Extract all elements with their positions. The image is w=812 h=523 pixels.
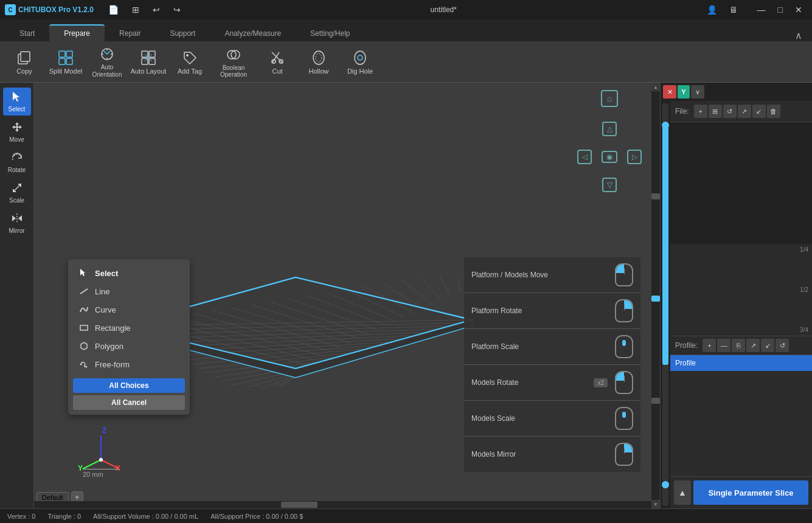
svg-line-72 — [80, 289, 88, 294]
guide-models-rotate: Models Rotate x2 — [464, 365, 640, 401]
boolean-icon — [225, 46, 242, 63]
scroll-down-btn[interactable]: ▼ — [651, 500, 660, 508]
tool-cut[interactable]: Cut — [258, 44, 297, 80]
logo-icon: C — [5, 4, 16, 15]
popup-rectangle-item[interactable]: Rectangle — [73, 319, 185, 337]
tab-support[interactable]: Support — [155, 26, 210, 41]
tab-analyze[interactable]: Analyze/Measure — [210, 26, 296, 41]
nav-tabs: Start Prepare Repair Support Analyze/Mea… — [0, 19, 812, 41]
guide-platform-move-label: Platform / Models Move — [471, 271, 608, 279]
tool-dig-hole-label: Dig Hole — [347, 68, 373, 75]
sidebar-tool-move[interactable]: Move — [3, 118, 31, 146]
cut-icon — [269, 49, 286, 66]
mirror-tool-icon — [11, 212, 23, 226]
nav-right-btn[interactable]: ▷ — [627, 150, 642, 164]
title-undo-btn[interactable]: ↩ — [148, 2, 165, 17]
sidebar-tool-rotate-label: Rotate — [8, 167, 26, 173]
profile-refresh-btn[interactable]: ↺ — [776, 339, 789, 352]
select-tool-icon — [11, 91, 23, 105]
tab-prepare[interactable]: Prepare — [49, 24, 105, 41]
title-file-btn[interactable]: 📄 — [103, 2, 123, 17]
popup-polygon-icon — [78, 340, 90, 352]
slice-main-btn[interactable]: Single Parameter Slice — [693, 480, 808, 505]
collapse-panel-btn[interactable]: ∨ — [691, 85, 704, 99]
popup-rectangle-icon — [78, 322, 90, 334]
tool-auto-orientation[interactable]: Auto Orientation — [88, 44, 127, 80]
title-grid-btn[interactable]: ⊞ — [127, 2, 144, 17]
all-choices-btn[interactable]: All Choices — [73, 378, 185, 393]
maximize-btn[interactable]: □ — [773, 2, 788, 17]
profile-del-btn[interactable]: — — [717, 339, 730, 352]
file-delete-btn[interactable]: 🗑 — [767, 105, 780, 118]
file-grid-btn[interactable]: ⊞ — [709, 105, 722, 118]
popup-line-item[interactable]: Line — [73, 282, 185, 300]
profile-export-btn[interactable]: ↗ — [746, 339, 760, 352]
slider-thumb[interactable] — [662, 123, 668, 365]
tool-auto-layout[interactable]: Auto Layout — [129, 44, 168, 80]
file-refresh-btn[interactable]: ↺ — [723, 105, 737, 118]
tab-collapse-btn[interactable]: ∧ — [790, 30, 807, 41]
svg-rect-5 — [66, 58, 72, 64]
panel-main-content: File: + ⊞ ↺ ↗ ↙ 🗑 1/4 1 — [670, 101, 812, 508]
nav-eye-btn[interactable]: ◉ — [602, 151, 617, 163]
slider-top-handle[interactable] — [662, 122, 669, 129]
nav-home-btn[interactable]: ⌂ — [601, 90, 618, 107]
close-btn[interactable]: ✕ — [790, 2, 807, 17]
nav-down-btn[interactable]: ▽ — [602, 178, 617, 192]
scroll-thumb-h — [281, 502, 318, 508]
tab-repair[interactable]: Repair — [105, 26, 155, 41]
nav-left-btn[interactable]: ◁ — [577, 150, 592, 164]
app-logo: C CHITUBOX Pro V1.2.0 — [5, 4, 94, 15]
close-panel-btn[interactable]: ✕ — [663, 85, 676, 99]
minimize-btn[interactable]: — — [752, 2, 771, 17]
app-name: CHITUBOX Pro V1.2.0 — [18, 5, 94, 14]
svg-rect-3 — [66, 51, 72, 57]
file-add-btn[interactable]: + — [694, 105, 707, 118]
popup-select-item[interactable]: Select — [73, 264, 185, 282]
guide-platform-rotate: Platform Rotate — [464, 293, 640, 329]
svg-line-67 — [83, 460, 101, 469]
file-export-btn[interactable]: ↗ — [738, 105, 751, 118]
nav-up-btn[interactable]: △ — [602, 122, 617, 136]
panel-content-area: File: + ⊞ ↺ ↗ ↙ 🗑 1/4 1 — [661, 101, 812, 508]
tool-split-model[interactable]: Split Model — [46, 44, 85, 80]
popup-select-icon — [78, 267, 90, 279]
sidebar-tool-mirror[interactable]: Mirror — [3, 209, 31, 237]
popup-rectangle-label: Rectangle — [95, 324, 131, 333]
sidebar-tool-select[interactable]: Select — [3, 88, 31, 116]
mouse-scroll-icon-models — [615, 407, 633, 430]
viewport[interactable]: ⌂ △ ◁ ◉ ▷ ▽ — [34, 83, 660, 508]
popup-curve-item[interactable]: Curve — [73, 300, 185, 319]
scroll-thumb-mid — [651, 296, 660, 302]
user-btn[interactable]: 👤 — [702, 2, 722, 17]
popup-freeform-label: Free-form — [95, 360, 130, 369]
tool-copy[interactable]: Copy — [5, 44, 44, 80]
tool-add-tag[interactable]: Add Tag — [170, 44, 209, 80]
display-btn[interactable]: 🖥 — [724, 2, 743, 17]
profile-item-default[interactable]: Profile — [670, 355, 812, 371]
popup-freeform-item[interactable]: Free-form — [73, 355, 185, 373]
tab-start[interactable]: Start — [5, 26, 49, 41]
tool-hollow[interactable]: Hollow — [299, 44, 338, 80]
svg-text:Y: Y — [78, 464, 83, 472]
profile-import-btn[interactable]: ↙ — [761, 339, 774, 352]
popup-polygon-item[interactable]: Polygon — [73, 337, 185, 355]
tool-boolean[interactable]: Boolean Operation — [212, 44, 255, 80]
profile-add-btn[interactable]: + — [703, 339, 716, 352]
profile-copy-btn[interactable]: ⎘ — [732, 339, 745, 352]
title-redo-btn[interactable]: ↪ — [168, 2, 186, 17]
tool-hollow-label: Hollow — [308, 68, 328, 75]
svg-line-38 — [402, 280, 432, 305]
slider-bottom-handle[interactable] — [662, 481, 669, 488]
tab-setting[interactable]: Setting/Help — [296, 26, 364, 41]
scroll-up-btn[interactable]: ▲ — [651, 83, 660, 91]
all-cancel-btn[interactable]: All Cancel — [73, 395, 185, 410]
tool-dig-hole[interactable]: Dig Hole — [341, 44, 380, 80]
svg-point-16 — [313, 51, 324, 64]
popup-line-icon — [78, 285, 90, 297]
sidebar-tool-rotate[interactable]: Rotate — [3, 148, 31, 176]
slice-small-btn[interactable]: ▲ — [674, 480, 691, 505]
file-import-btn[interactable]: ↙ — [752, 105, 766, 118]
svg-point-19 — [358, 55, 363, 60]
sidebar-tool-scale[interactable]: Scale — [3, 179, 31, 207]
